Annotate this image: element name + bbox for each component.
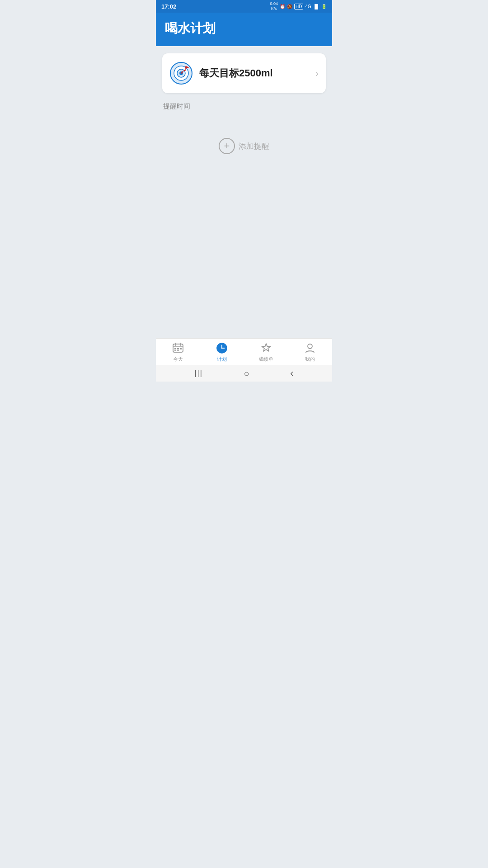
add-reminder-button[interactable]: + 添加提醒	[219, 138, 269, 154]
home-button[interactable]: ○	[244, 368, 249, 379]
goal-card[interactable]: 每天目标2500ml ›	[162, 53, 326, 93]
add-reminder-text: 添加提醒	[239, 141, 269, 151]
signal-icon: ▐▌	[313, 4, 319, 9]
goal-card-left: 每天目标2500ml	[169, 61, 273, 85]
mine-icon	[304, 342, 316, 354]
add-reminder-area: + 添加提醒	[162, 138, 326, 154]
mine-label: 我的	[305, 356, 315, 363]
svg-rect-15	[174, 348, 176, 349]
nav-item-today[interactable]: 今天	[162, 342, 194, 363]
nav-item-mine[interactable]: 我的	[294, 342, 326, 363]
nav-item-plan[interactable]: 计划	[206, 342, 238, 363]
main-content: 每天目标2500ml › 提醒时间 + 添加提醒	[156, 46, 332, 161]
reminder-label: 提醒时间	[162, 102, 326, 111]
chevron-right-icon: ›	[315, 68, 319, 79]
nav-items: 今天 计划 成绩单	[156, 339, 332, 365]
page-title: 喝水计划	[165, 20, 323, 37]
svg-point-24	[221, 348, 223, 349]
add-circle-icon: +	[219, 138, 235, 154]
battery-icon: 🔋	[321, 4, 327, 9]
status-bar: 17:02 0.04K/s ⏰ 🔕 HD 4G ▐▌ 🔋	[156, 0, 332, 13]
nav-item-score[interactable]: 成绩单	[250, 342, 282, 363]
svg-rect-19	[177, 350, 179, 351]
svg-rect-18	[174, 350, 176, 351]
svg-point-26	[308, 344, 312, 349]
sys-nav: ||| ○ ‹	[156, 365, 332, 382]
hd-label: HD	[294, 4, 303, 9]
alarm-icon: ⏰	[280, 4, 285, 9]
plan-label: 计划	[217, 356, 227, 363]
svg-rect-16	[177, 348, 179, 349]
network-speed-icon: 0.04K/s	[270, 1, 278, 11]
bottom-nav: 今天 计划 成绩单	[156, 338, 332, 382]
today-icon	[172, 342, 184, 354]
status-time: 17:02	[161, 3, 176, 10]
goal-text: 每天目标2500ml	[199, 66, 273, 80]
plus-icon: +	[224, 140, 230, 152]
recent-apps-button[interactable]: |||	[194, 369, 202, 377]
network-type-icon: 4G	[305, 4, 311, 9]
reminder-section: 提醒时间	[162, 102, 326, 111]
score-label: 成绩单	[258, 356, 273, 363]
svg-rect-17	[180, 348, 182, 349]
goal-icon	[169, 61, 193, 85]
score-icon	[260, 342, 272, 354]
status-icons: 0.04K/s ⏰ 🔕 HD 4G ▐▌ 🔋	[270, 1, 327, 11]
header: 喝水计划	[156, 13, 332, 46]
back-button[interactable]: ‹	[290, 368, 293, 379]
today-label: 今天	[173, 356, 183, 363]
plan-icon	[216, 342, 228, 354]
svg-marker-25	[262, 344, 270, 351]
mute-icon: 🔕	[287, 4, 292, 9]
